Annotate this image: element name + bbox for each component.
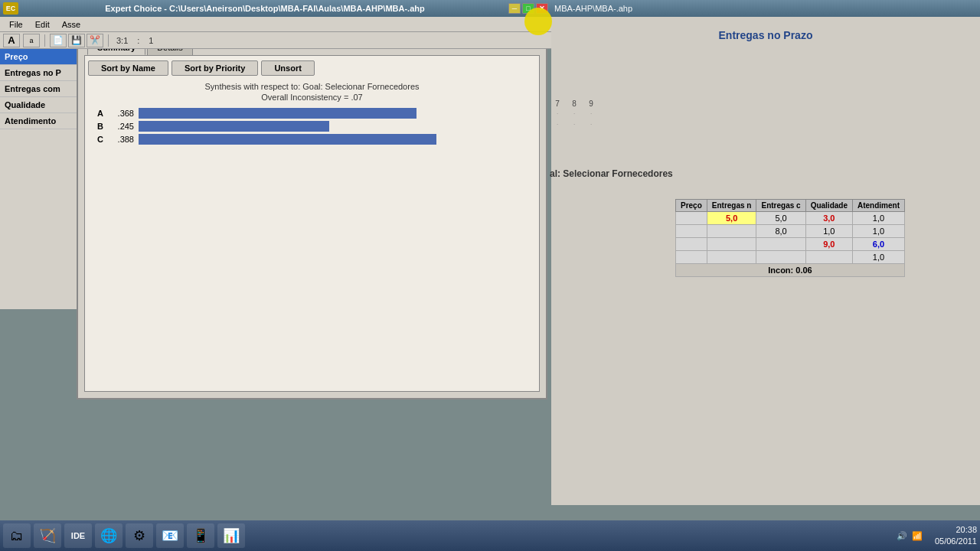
taskbar-icon-matlab[interactable]: 🏹 (34, 523, 61, 548)
table-row: 8,0 1,0 1,0 (676, 225, 905, 238)
bar-value-c: .388 (106, 135, 134, 144)
sort-by-name-button[interactable]: Sort by Name (88, 60, 168, 76)
dot-3: · (583, 110, 599, 119)
cell-r1-c1 (707, 225, 756, 238)
ahp-window-title: Entregas no Prazo (551, 23, 980, 47)
sort-by-priority-button[interactable]: Sort by Priority (172, 60, 258, 76)
systray: 🔊 📶 (890, 531, 929, 541)
bar-value-a: .368 (106, 109, 134, 118)
bar-chart: A.368B.245C.388 (88, 108, 536, 147)
toolbar-ratio-val: 1 (145, 36, 156, 45)
menu-asse[interactable]: Asse (56, 18, 87, 31)
bar-row-a: A.368 (88, 108, 536, 119)
taskbar: 🗂 🏹 IDE 🌐 ⚙ 📧 📱 📊 🔊 📶 20:38 05/06/2011 (0, 520, 980, 551)
num-7: 7 (550, 99, 565, 109)
font-small-button[interactable]: a (23, 34, 40, 47)
cell-r2-c0 (676, 238, 707, 251)
unsort-button[interactable]: Unsort (261, 60, 314, 76)
main-panel: Distributive mode Ideal mode Summary Det… (77, 17, 547, 399)
toolbar-icon-3[interactable]: ✂️ (87, 34, 103, 47)
taskbar-clock[interactable]: 20:38 05/06/2011 (935, 524, 977, 548)
sidebar: Preço Entregas no P Entregas com Qualida… (0, 49, 77, 309)
ahp-matrix-table: Preço Entregas n Entregas c Qualidade At… (675, 199, 905, 277)
sidebar-item-atendimento[interactable]: Atendimento (0, 113, 77, 129)
toolbar-separator-2 (108, 34, 109, 47)
toolbar-icon-2[interactable]: 💾 (68, 34, 85, 47)
bar-track-a (139, 108, 536, 119)
num-9: 9 (583, 99, 599, 109)
bar-label-a: A (88, 109, 103, 118)
sidebar-item-entregas-com[interactable]: Entregas com (0, 81, 77, 97)
cell-r2-c2 (756, 238, 805, 251)
sort-buttons-group: Sort by Name Sort by Priority Unsort (88, 59, 536, 77)
num-grid: 7 8 9 · · · · · · (550, 99, 599, 132)
cell-r2-c3: 9,0 (805, 238, 852, 251)
content-area: Sort by Name Sort by Priority Unsort Syn… (84, 55, 540, 392)
cell-r0-c1: 5,0 (707, 212, 756, 225)
bar-fill-b (139, 121, 329, 132)
menu-edit[interactable]: Edit (29, 18, 56, 31)
ahp-goal-label: al: Selecionar Fornecedores (550, 168, 673, 179)
systray-network[interactable]: 📶 (912, 531, 923, 541)
dot-4: · (550, 121, 565, 130)
bar-label-c: C (88, 135, 103, 144)
dot-1: · (550, 110, 565, 119)
table-row: 1,0 (676, 251, 905, 264)
num-8: 8 (567, 99, 582, 109)
toolbar-ratio: 3:1 (113, 36, 131, 45)
cell-r1-c0 (676, 225, 707, 238)
table-row: 5,0 5,0 3,0 1,0 (676, 212, 905, 225)
cell-r0-c4: 1,0 (852, 212, 904, 225)
taskbar-icon-ppt[interactable]: 📊 (217, 523, 245, 548)
taskbar-icon-ie[interactable]: 🌐 (95, 523, 122, 548)
cell-r0-c3: 3,0 (805, 212, 852, 225)
toolbar-ratio-sep: : (134, 36, 142, 45)
col-header-atendimento: Atendiment (852, 200, 904, 212)
systray-speaker[interactable]: 🔊 (897, 531, 907, 541)
bar-fill-a (139, 108, 416, 119)
clock-date: 05/06/2011 (935, 536, 977, 547)
clock-time: 20:38 (935, 524, 977, 536)
taskbar-icon-settings[interactable]: ⚙ (126, 523, 153, 548)
cell-r3-c2 (756, 251, 805, 264)
cell-r1-c2: 8,0 (756, 225, 805, 238)
bar-track-b (139, 121, 536, 132)
incon-cell: Incon: 0.06 (676, 264, 905, 277)
sidebar-item-preco[interactable]: Preço (0, 49, 77, 65)
cell-r2-c4: 6,0 (852, 238, 904, 251)
dot-2: · (567, 110, 582, 119)
cursor-highlight (524, 8, 552, 35)
dot-5: · (567, 121, 582, 130)
menu-bar: File Edit Asse (0, 17, 551, 32)
cell-r3-c4: 1,0 (852, 251, 904, 264)
incon-row: Incon: 0.06 (676, 264, 905, 277)
taskbar-icon-explorer[interactable]: 🗂 (3, 523, 31, 548)
menu-file[interactable]: File (3, 18, 29, 31)
main-window-title: Expert Choice - C:\Users\Aneirson\Deskto… (21, 4, 508, 13)
cell-r3-c0 (676, 251, 707, 264)
app-icon: EC (3, 2, 18, 15)
toolbar-icon-group: 📄 💾 ✂️ (50, 34, 103, 47)
main-title-bar: EC Expert Choice - C:\Users\Aneirson\Des… (0, 0, 551, 17)
cell-r3-c3 (805, 251, 852, 264)
bar-label-b: B (88, 122, 103, 131)
secondary-title-bar: MBA-AHP\MBA-.ahp (551, 0, 980, 17)
taskbar-icon-mail[interactable]: 📧 (156, 523, 184, 548)
sidebar-item-entregas-prazo[interactable]: Entregas no P (0, 65, 77, 81)
cell-r3-c1 (707, 251, 756, 264)
font-large-button[interactable]: A (3, 34, 20, 47)
col-header-preco: Preço (676, 200, 707, 212)
inconsistency-text: Overall Inconsistency = .07 (88, 93, 536, 102)
toolbar-icon-1[interactable]: 📄 (50, 34, 67, 47)
bar-fill-c (139, 134, 436, 145)
col-header-entregasc: Entregas c (756, 200, 805, 212)
taskbar-icon-phone[interactable]: 📱 (187, 523, 214, 548)
minimize-button[interactable]: ─ (508, 3, 521, 14)
toolbar-separator (44, 34, 45, 47)
sidebar-item-qualidade[interactable]: Qualidade (0, 97, 77, 113)
dot-6: · (583, 121, 599, 130)
cell-r1-c4: 1,0 (852, 225, 904, 238)
table-row: 9,0 6,0 (676, 238, 905, 251)
cell-r2-c1 (707, 238, 756, 251)
taskbar-icon-ide[interactable]: IDE (64, 523, 92, 548)
